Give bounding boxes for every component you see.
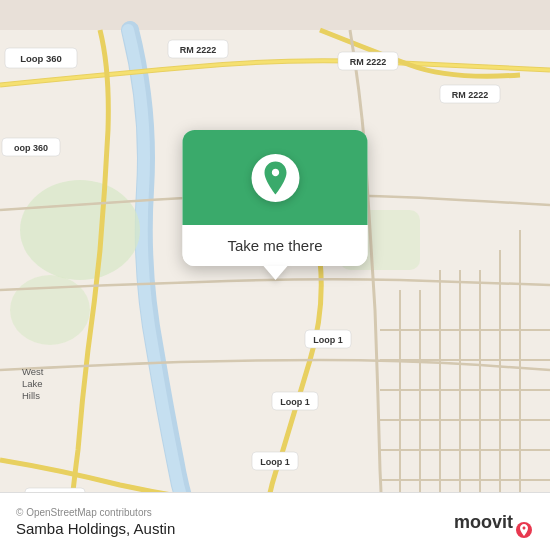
popup-tail [263, 266, 287, 280]
svg-text:RM 2222: RM 2222 [350, 57, 387, 67]
svg-text:Loop 1: Loop 1 [280, 397, 310, 407]
svg-text:West: West [22, 366, 44, 377]
moovit-logo: moovit [454, 506, 534, 538]
svg-text:Loop 1: Loop 1 [313, 335, 343, 345]
attribution-text: © OpenStreetMap contributors [16, 507, 175, 518]
svg-text:RM 2222: RM 2222 [180, 45, 217, 55]
svg-text:moovit: moovit [454, 512, 513, 532]
svg-point-1 [20, 180, 140, 280]
bottom-bar: © OpenStreetMap contributors Samba Holdi… [0, 492, 550, 550]
svg-text:Hills: Hills [22, 390, 40, 401]
svg-text:RM 2222: RM 2222 [452, 90, 489, 100]
svg-text:Lake: Lake [22, 378, 43, 389]
svg-text:Loop 360: Loop 360 [20, 53, 62, 64]
svg-text:Loop 1: Loop 1 [260, 457, 290, 467]
location-name: Samba Holdings, Austin [16, 520, 175, 537]
map-container: Loop 360 oop 360 RM 2222 RM 2222 RM 2222… [0, 0, 550, 550]
popup-bottom[interactable]: Take me there [183, 225, 368, 266]
svg-text:oop 360: oop 360 [14, 143, 48, 153]
bottom-bar-info: © OpenStreetMap contributors Samba Holdi… [16, 507, 175, 537]
popup-card: Take me there [183, 130, 368, 266]
take-me-there-button[interactable]: Take me there [227, 237, 322, 254]
